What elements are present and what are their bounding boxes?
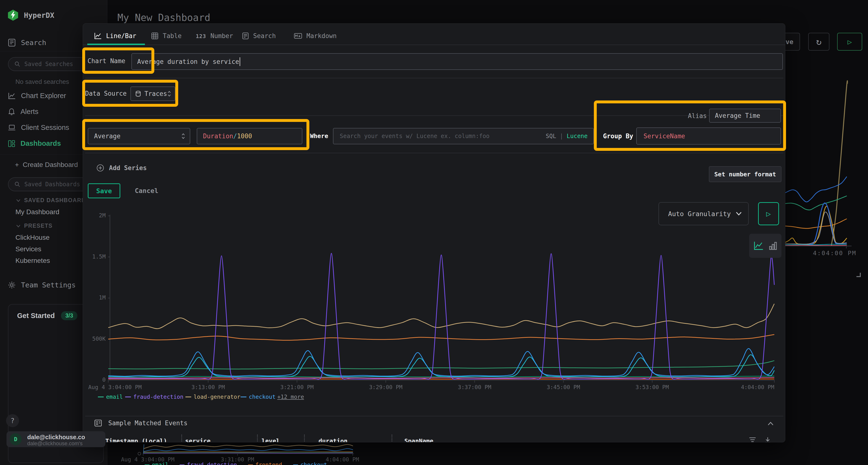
sidebar-item-client-sessions[interactable]: Client Sessions bbox=[8, 124, 69, 132]
sidebar-item-label: Chart Explorer bbox=[21, 92, 66, 100]
column-header-duration[interactable]: duration bbox=[318, 437, 347, 442]
sidebar-item-team-settings[interactable]: Team Settings bbox=[8, 281, 76, 289]
sidebar-item-label: Team Settings bbox=[21, 281, 76, 289]
search-doc-icon bbox=[8, 38, 16, 47]
column-header-timestamp-local-[interactable]: Timestamp (Local) bbox=[105, 437, 167, 442]
x-axis-label: 3:37:00 PM bbox=[447, 384, 502, 390]
x-axis-label: 3:21:00 PM bbox=[269, 384, 325, 390]
y-axis-label: 500K bbox=[84, 336, 105, 342]
avatar: D bbox=[10, 433, 22, 445]
user-menu[interactable]: D dale@clickhouse.co dale@clickhouse.com… bbox=[6, 431, 105, 447]
y-axis-label: 0 bbox=[84, 376, 105, 383]
sidebar-item-label: Search bbox=[21, 38, 46, 47]
column-separator[interactable] bbox=[392, 435, 392, 442]
x-axis-label: 3:13:00 PM bbox=[180, 384, 236, 390]
legend-item-email[interactable]: email bbox=[98, 394, 123, 400]
active-tab-underline bbox=[87, 44, 145, 45]
get-started-title: Get Started bbox=[17, 312, 55, 320]
help-label: ? bbox=[10, 417, 15, 425]
user-email: dale@clickhouse.co bbox=[27, 434, 85, 441]
bar-chart-icon bbox=[769, 241, 777, 251]
lightning-icon bbox=[10, 11, 16, 19]
behind-x-axis-label: 4:04:00 PM bbox=[813, 250, 857, 257]
legend-item-checkout[interactable]: checkout bbox=[241, 394, 276, 400]
column-header-level[interactable]: level bbox=[261, 437, 280, 442]
saved-dashboards-placeholder: Saved Dashboards bbox=[24, 181, 80, 188]
legend-label: email bbox=[106, 394, 123, 400]
sample-events-header[interactable]: Sample Matched Events bbox=[94, 420, 188, 427]
edit-chart-modal: Line/BarTable123NumberSearchMarkdown Cha… bbox=[83, 23, 785, 442]
sidebar-item-label: Alerts bbox=[21, 108, 38, 115]
sample-events-title: Sample Matched Events bbox=[108, 420, 188, 427]
column-separator[interactable] bbox=[257, 435, 258, 442]
create-dashboard-button[interactable]: +Create Dashboard bbox=[15, 161, 78, 169]
table-actions bbox=[749, 437, 771, 442]
brand-name: HyperDX bbox=[24, 11, 54, 20]
chart-line-icon bbox=[8, 92, 16, 100]
dashboards-icon bbox=[8, 140, 15, 147]
mini-legend-item: email bbox=[145, 462, 168, 465]
legend-more[interactable]: +12 more bbox=[277, 394, 304, 400]
mini-legend-item: checkout bbox=[293, 462, 327, 465]
download-icon[interactable] bbox=[764, 437, 771, 442]
filter-icon[interactable] bbox=[749, 437, 756, 442]
sidebar-item-dashboards[interactable]: Dashboards bbox=[8, 139, 61, 147]
column-separator[interactable] bbox=[304, 435, 305, 442]
section-presets[interactable]: PRESETS bbox=[16, 223, 53, 229]
saved-dashboard-my-dashboard[interactable]: My Dashboard bbox=[16, 208, 59, 216]
y-axis-label: 2M bbox=[84, 212, 105, 219]
preset-clickhouse[interactable]: ClickHouse bbox=[16, 234, 50, 241]
section-saved-dashboards[interactable]: SAVED DASHBOARDS bbox=[16, 197, 90, 204]
plus-icon: + bbox=[15, 161, 19, 169]
x-axis-label: 3:29:00 PM bbox=[358, 384, 413, 390]
x-axis-label: 4:04:00 PM bbox=[716, 384, 774, 390]
search-icon bbox=[14, 61, 21, 67]
bell-icon bbox=[8, 108, 15, 115]
divider bbox=[85, 416, 783, 416]
legend-dash bbox=[241, 397, 246, 397]
search-icon bbox=[14, 181, 21, 188]
preset-services[interactable]: Services bbox=[16, 245, 41, 253]
hyperdx-logo-icon bbox=[8, 10, 18, 21]
list-icon bbox=[94, 420, 102, 427]
line-chart-icon bbox=[753, 241, 764, 251]
preset-kubernetes[interactable]: Kubernetes bbox=[16, 257, 50, 265]
user-email-sub: dale@clickhouse.com's bbox=[27, 440, 83, 447]
column-header-spanname[interactable]: SpanName bbox=[404, 437, 433, 442]
legend-item-load-generator[interactable]: load-generator bbox=[185, 394, 240, 400]
legend-label: fraud-detection bbox=[133, 394, 184, 400]
no-saved-searches-text: No saved searches bbox=[16, 78, 69, 86]
laptop-icon bbox=[8, 124, 16, 131]
sidebar-item-search[interactable]: Search bbox=[8, 38, 46, 47]
gear-icon bbox=[8, 281, 16, 289]
legend-dash bbox=[98, 397, 104, 397]
main-chart bbox=[83, 24, 785, 442]
help-button[interactable]: ? bbox=[6, 414, 19, 427]
legend-dash bbox=[125, 397, 131, 397]
y-axis-label: 1M bbox=[84, 294, 105, 301]
legend-item-fraud-detection[interactable]: fraud-detection bbox=[125, 394, 184, 400]
legend-label: checkout bbox=[249, 394, 276, 400]
create-dashboard-label: Create Dashboard bbox=[23, 161, 78, 169]
legend-dash bbox=[185, 397, 191, 397]
chevron-up-icon[interactable] bbox=[767, 421, 774, 426]
sidebar-item-chart-explorer[interactable]: Chart Explorer bbox=[8, 92, 66, 100]
section-label: PRESETS bbox=[24, 223, 53, 229]
brand[interactable]: HyperDX bbox=[8, 10, 54, 21]
column-separator[interactable] bbox=[181, 435, 182, 442]
y-axis-label: 1.5M bbox=[84, 254, 105, 260]
saved-searches-placeholder: Saved Searches bbox=[24, 61, 73, 67]
chevron-down-icon bbox=[16, 199, 21, 202]
mini-legend-item: frontend bbox=[248, 462, 282, 465]
column-header-service[interactable]: service bbox=[185, 437, 211, 442]
x-axis-label: 3:53:00 PM bbox=[624, 384, 680, 390]
x-axis-label: 3:45:00 PM bbox=[536, 384, 591, 390]
legend-label: load-generator bbox=[194, 394, 240, 400]
chart-type-toggle[interactable] bbox=[749, 234, 781, 258]
sidebar-item-label: Dashboards bbox=[21, 139, 61, 147]
chevron-down-icon bbox=[16, 224, 21, 228]
sidebar-item-alerts[interactable]: Alerts bbox=[8, 108, 38, 115]
sidebar-item-label: Client Sessions bbox=[21, 124, 69, 132]
x-axis-label: Aug 4 3:04:00 PM bbox=[88, 384, 142, 390]
resize-handle-icon[interactable] bbox=[857, 273, 861, 277]
